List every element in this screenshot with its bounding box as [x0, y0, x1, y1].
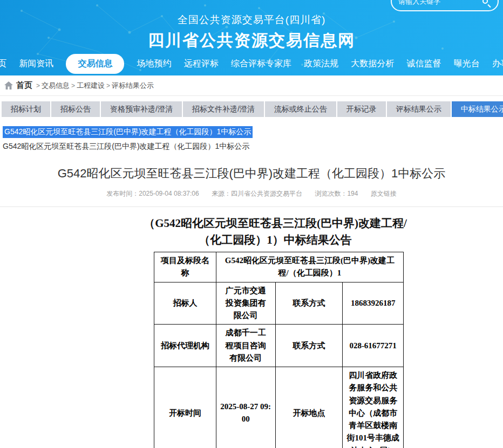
agency-contact-value: 028-61677271 — [343, 325, 404, 367]
tenderer-contact-label: 联系方式 — [275, 282, 343, 325]
category-tabs: 招标计划 招标公告 资格预审补遗/澄清 招标文件补遗/澄清 流标或终止公告 开标… — [0, 101, 503, 117]
site-subtitle: 全国公共资源交易平台(四川省) — [0, 13, 503, 27]
breadcrumb-separator: > — [71, 82, 75, 89]
breadcrumb-item-engineering[interactable]: 工程建设 — [77, 81, 105, 91]
tab-failed-terminated[interactable]: 流标或终止公告 — [265, 101, 336, 117]
nav-item-home[interactable]: 首页 — [0, 58, 6, 70]
project-value: G542昭化区元坝至旺苍县三江段(巴中界)改建工程/（化工园段）1 — [216, 252, 403, 282]
tab-bid-announcement[interactable]: 招标公告 — [51, 101, 100, 117]
bid-opening-place-value: 四川省政府政务服务和公共资源交易服务中心（成都市青羊区鼓楼南街101号丰德成达中… — [343, 367, 404, 448]
tenderer-label: 招标人 — [154, 282, 216, 325]
breadcrumb-item-evaluation-results[interactable]: 评标结果公示 — [112, 81, 154, 91]
table-row: 开标时间 2025-08-27 09:00 开标地点 四川省政府政务服务和公共资… — [154, 367, 404, 448]
source: 来源：四川省公共资源交易平台 — [212, 190, 302, 197]
tenderer-contact-value: 18683926187 — [343, 282, 404, 325]
bid-opening-time-value: 2025-08-27 09:00 — [216, 367, 275, 448]
nav-item-integrity[interactable]: 诚信监督 — [407, 58, 441, 70]
tab-bid-doc-clarification[interactable]: 招标文件补遗/澄清 — [183, 101, 264, 117]
divider — [0, 206, 503, 207]
bid-opening-place-label: 开标地点 — [275, 367, 343, 448]
tab-evaluation-results[interactable]: 评标结果公示 — [387, 101, 451, 117]
original-link[interactable]: 原文链接 — [371, 190, 397, 197]
result-link[interactable]: G542昭化区元坝至旺苍县三江段(巴中界)改建工程（化工园段）1中标公示 — [3, 142, 503, 151]
site-titles: 全国公共资源交易平台(四川省) 四川省公共资源交易信息网 — [0, 13, 503, 52]
site-title: 四川省公共资源交易信息网 — [0, 30, 503, 52]
project-label: 项目及标段名称 — [154, 252, 216, 282]
agency-contact-label: 联系方式 — [275, 325, 343, 367]
breadcrumb-home[interactable]: 首页 — [16, 80, 32, 91]
site-header: 全国公共资源交易平台(四川省) 四川省公共资源交易信息网 首页 新闻资讯 交易信… — [0, 0, 503, 75]
article-title: G542昭化区元坝至旺苍县三江段(巴中界)改建工程（化工园段）1中标公示 — [0, 166, 503, 182]
result-link-selected[interactable]: G542昭化区元坝至旺苍县三江段(巴中界)改建工程（化工园段）1中标公示 — [3, 126, 253, 138]
table-row: 招标人 广元市交通投资集团有限公司 联系方式 18683926187 — [154, 282, 404, 325]
breadcrumb-separator: > — [36, 82, 40, 89]
document-title: （G542昭化区元坝至旺苍县三江段(巴中界)改建工程/（化工园段）1）中标结果公… — [135, 215, 416, 249]
search-icon[interactable] — [482, 0, 491, 6]
nav-item-venue-booking[interactable]: 场地预约 — [137, 58, 172, 70]
home-icon — [4, 81, 13, 89]
tenderer-value: 广元市交通投资集团有限公司 — [216, 282, 275, 325]
nav-item-exposure[interactable]: 曝光台 — [454, 58, 480, 70]
agency-value: 成都千一工程项目咨询有限公司 — [216, 325, 275, 367]
tab-award-results[interactable]: 中标结果公示 — [452, 101, 503, 117]
published-time: 发布时间：2025-09-04 08:37:06 — [106, 190, 199, 197]
award-result-table: 项目及标段名称 G542昭化区元坝至旺苍县三江段(巴中界)改建工程/（化工园段）… — [154, 252, 404, 448]
nav-item-news[interactable]: 新闻资讯 — [19, 58, 53, 70]
bid-opening-time-label: 开标时间 — [154, 367, 216, 448]
tab-bid-opening-record[interactable]: 开标记录 — [337, 101, 386, 117]
nav-item-trade-info[interactable]: 交易信息 — [66, 54, 124, 74]
tab-prequalification-clarification[interactable]: 资格预审补遗/澄清 — [101, 101, 182, 117]
nav-item-remote-evaluation[interactable]: 远程评标 — [184, 58, 219, 70]
breadcrumb: 首页 > 交易信息 > 工程建设 > 评标结果公示 — [0, 75, 503, 96]
table-row: 招标代理机构 成都千一工程项目咨询有限公司 联系方式 028-61677271 — [154, 325, 404, 367]
table-row: 项目及标段名称 G542昭化区元坝至旺苍县三江段(巴中界)改建工程/（化工园段）… — [154, 252, 404, 282]
nav-item-services[interactable]: 办事 — [492, 58, 503, 70]
main-nav: 首页 新闻资讯 交易信息 场地预约 远程评标 综合评标专家库 政策法规 大数据分… — [0, 52, 503, 75]
tab-bid-plan[interactable]: 招标计划 — [2, 101, 50, 117]
nav-item-expert-pool[interactable]: 综合评标专家库 — [231, 58, 291, 70]
search-input[interactable] — [398, 0, 482, 5]
search-box[interactable] — [391, 0, 499, 11]
breadcrumb-item-trade-info[interactable]: 交易信息 — [42, 81, 70, 91]
agency-label: 招标代理机构 — [154, 325, 216, 367]
article-meta: 发布时间：2025-09-04 08:37:06 来源：四川省公共资源交易平台 … — [0, 189, 503, 198]
nav-item-big-data[interactable]: 大数据分析 — [351, 58, 394, 70]
breadcrumb-separator: > — [106, 82, 110, 89]
result-list: G542昭化区元坝至旺苍县三江段(巴中界)改建工程（化工园段）1中标公示 G54… — [0, 126, 503, 151]
view-count: 浏览次数：194 — [315, 190, 358, 197]
nav-item-policies[interactable]: 政策法规 — [304, 58, 338, 70]
